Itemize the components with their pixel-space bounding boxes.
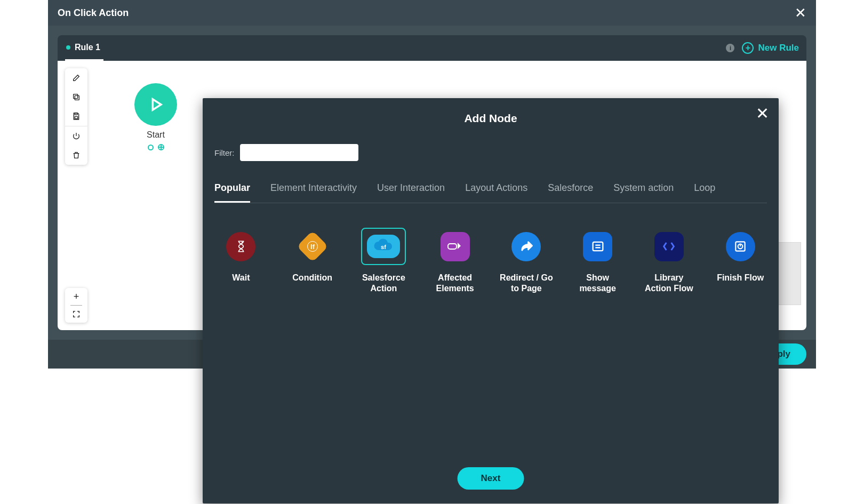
close-icon[interactable]: ✕ bbox=[795, 6, 806, 20]
start-node-ports bbox=[148, 144, 164, 150]
tab-user-interaction[interactable]: User Interaction bbox=[377, 177, 445, 203]
svg-rect-1 bbox=[74, 94, 78, 99]
cloud-icon: sf bbox=[367, 235, 400, 258]
rules-tabstrip: Rule 1 i + New Rule bbox=[58, 35, 806, 61]
tab-layout-actions[interactable]: Layout Actions bbox=[465, 177, 527, 203]
next-button[interactable]: Next bbox=[458, 467, 524, 490]
fit-icon[interactable] bbox=[65, 306, 87, 323]
tab-rule-1[interactable]: Rule 1 bbox=[65, 35, 103, 61]
finish-icon bbox=[726, 232, 755, 261]
card-wait-label: Wait bbox=[232, 273, 250, 283]
titlebar: On Click Action ✕ bbox=[48, 0, 816, 26]
card-message-label: Show message bbox=[571, 273, 625, 294]
power-icon[interactable] bbox=[65, 126, 87, 146]
svg-rect-6 bbox=[448, 244, 457, 249]
card-salesforce-label: Salesforce Action bbox=[357, 273, 411, 294]
svg-rect-0 bbox=[75, 95, 79, 100]
new-rule-label: New Rule bbox=[758, 43, 799, 53]
card-salesforce-action[interactable]: sf Salesforce Action bbox=[357, 228, 411, 294]
tab-salesforce[interactable]: Salesforce bbox=[548, 177, 593, 203]
copy-icon[interactable] bbox=[65, 87, 87, 107]
modal-close-icon[interactable]: ✕ bbox=[756, 106, 769, 122]
zoom-in-icon[interactable]: + bbox=[65, 288, 87, 305]
canvas-toolbar bbox=[65, 68, 87, 165]
hourglass-icon bbox=[226, 232, 255, 261]
trash-icon[interactable] bbox=[65, 146, 87, 165]
tab-rule-1-label: Rule 1 bbox=[75, 43, 100, 52]
modal-title: Add Node bbox=[214, 112, 767, 125]
info-icon[interactable]: i bbox=[726, 44, 734, 52]
ghost-node bbox=[775, 242, 801, 305]
card-finish-flow[interactable]: Finish Flow bbox=[714, 228, 767, 294]
save-icon[interactable] bbox=[65, 107, 87, 126]
edit-icon[interactable] bbox=[65, 68, 87, 87]
card-show-message[interactable]: Show message bbox=[571, 228, 625, 294]
zoom-toolbar: + bbox=[65, 288, 87, 323]
card-redirect[interactable]: Redirect / Go to Page bbox=[500, 228, 553, 294]
svg-rect-7 bbox=[593, 242, 603, 251]
card-condition[interactable]: If Condition bbox=[286, 228, 339, 294]
play-icon bbox=[134, 83, 177, 126]
add-node-modal: ✕ Add Node Filter: Popular Element Inter… bbox=[203, 98, 779, 503]
condition-icon: If bbox=[297, 230, 328, 262]
tab-loop[interactable]: Loop bbox=[694, 177, 715, 203]
svg-marker-4 bbox=[153, 99, 161, 110]
card-finish-label: Finish Flow bbox=[717, 273, 764, 283]
card-library-label: Library Action Flow bbox=[643, 273, 696, 294]
card-library-flow[interactable]: Library Action Flow bbox=[643, 228, 696, 294]
card-affected-label: Affected Elements bbox=[428, 273, 482, 294]
svg-text:sf: sf bbox=[381, 244, 386, 250]
filter-input[interactable] bbox=[240, 144, 358, 161]
filter-label: Filter: bbox=[214, 148, 235, 157]
add-port-icon[interactable] bbox=[158, 144, 164, 150]
filter-row: Filter: bbox=[214, 144, 767, 161]
library-icon bbox=[654, 232, 684, 261]
svg-rect-2 bbox=[75, 113, 77, 115]
window-title: On Click Action bbox=[58, 7, 129, 19]
tab-system-action[interactable]: System action bbox=[613, 177, 674, 203]
rule-status-dot bbox=[66, 45, 70, 50]
start-node[interactable]: Start bbox=[134, 83, 177, 150]
card-condition-label: Condition bbox=[292, 273, 332, 283]
new-rule-button[interactable]: + New Rule bbox=[742, 42, 799, 54]
node-category-tabs: Popular Element Interactivity User Inter… bbox=[214, 177, 767, 203]
node-cards: Wait If Condition sf Salesforce Action A… bbox=[214, 218, 767, 294]
port-icon[interactable] bbox=[148, 145, 154, 150]
tab-popular[interactable]: Popular bbox=[214, 177, 250, 203]
start-node-label: Start bbox=[147, 130, 165, 140]
card-redirect-label: Redirect / Go to Page bbox=[500, 273, 553, 294]
elements-icon bbox=[441, 232, 470, 261]
tab-element-interactivity[interactable]: Element Interactivity bbox=[270, 177, 357, 203]
svg-rect-3 bbox=[75, 117, 77, 119]
plus-circle-icon: + bbox=[742, 42, 754, 54]
card-wait[interactable]: Wait bbox=[214, 228, 268, 294]
message-icon bbox=[583, 232, 612, 261]
card-affected-elements[interactable]: Affected Elements bbox=[428, 228, 482, 294]
share-arrow-icon bbox=[511, 232, 541, 261]
